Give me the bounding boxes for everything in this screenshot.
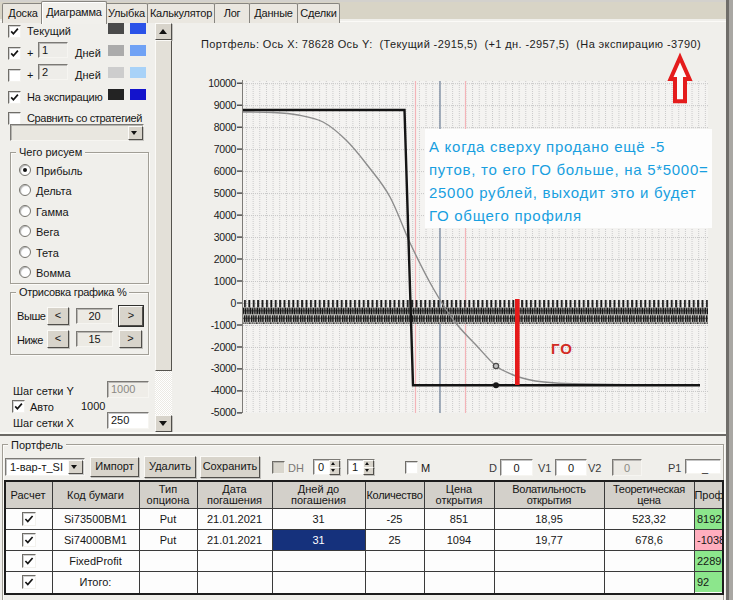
svg-text:10000: 10000 bbox=[208, 77, 236, 89]
svg-text:0: 0 bbox=[230, 297, 236, 309]
svg-text:7000: 7000 bbox=[214, 143, 237, 155]
svg-text:4000: 4000 bbox=[214, 209, 237, 221]
svg-text:-5000: -5000 bbox=[211, 406, 237, 418]
svg-text:5000: 5000 bbox=[214, 187, 237, 199]
svg-text:6000: 6000 bbox=[214, 165, 237, 177]
svg-text:-2000: -2000 bbox=[211, 341, 237, 353]
svg-text:-1000: -1000 bbox=[211, 319, 237, 331]
svg-text:-4000: -4000 bbox=[211, 384, 237, 396]
svg-text:-3000: -3000 bbox=[211, 362, 237, 374]
svg-text:8000: 8000 bbox=[214, 121, 237, 133]
svg-text:2000: 2000 bbox=[214, 253, 237, 265]
svg-text:1000: 1000 bbox=[214, 275, 237, 287]
svg-text:ГО: ГО bbox=[551, 340, 573, 357]
svg-text:3000: 3000 bbox=[214, 231, 237, 243]
svg-text:9000: 9000 bbox=[214, 99, 237, 111]
